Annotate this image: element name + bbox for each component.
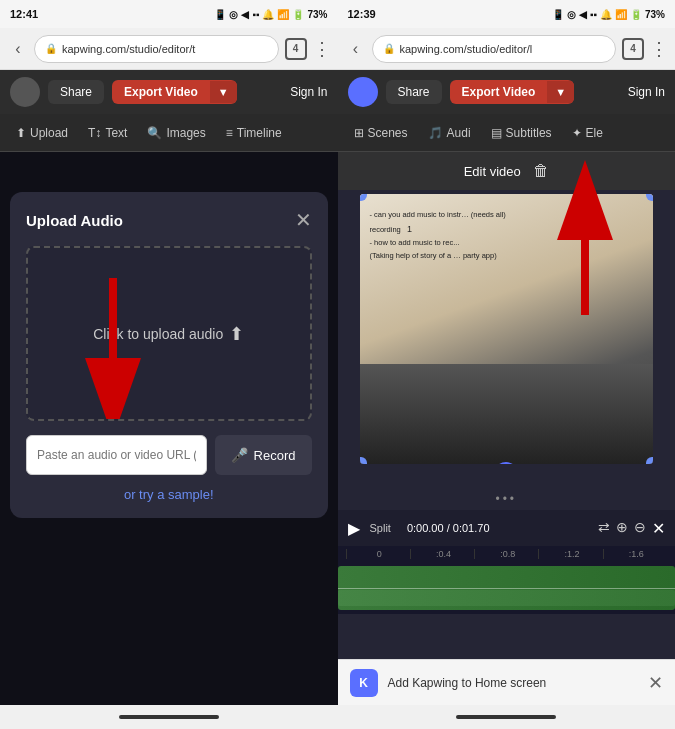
- right-main-content: Edit video 🗑: [338, 152, 676, 659]
- timeline-track[interactable]: [338, 562, 676, 614]
- share-button[interactable]: Share: [48, 80, 104, 104]
- right-browser-bar: ‹ 🔒 kapwing.com/studio/editor/l 4 ⋮: [338, 28, 676, 70]
- left-status-bar: 12:41 📱 ◎ ◀ ▪▪ 🔔 📶 🔋 73%: [0, 0, 338, 28]
- right-lock-icon: 🔒: [383, 43, 395, 54]
- modal-overlay: Upload Audio ✕: [0, 152, 338, 705]
- toolbar-timeline[interactable]: ≡ Timeline: [218, 122, 290, 144]
- left-time: 12:41: [10, 8, 38, 20]
- keyboard-area: [360, 364, 654, 464]
- menu-dots-icon[interactable]: ⋮: [313, 38, 330, 60]
- timeline-icon: ≡: [226, 126, 233, 140]
- right-export-btn-group: Export Video ▼: [450, 80, 575, 104]
- toolbar-audio[interactable]: 🎵 Audi: [420, 122, 479, 144]
- playback-icons: ⇄ ⊕ ⊖ ✕: [598, 519, 665, 538]
- modal-close-button[interactable]: ✕: [295, 208, 312, 232]
- split-label[interactable]: Split: [370, 522, 391, 534]
- edit-video-bar: Edit video 🗑: [338, 152, 676, 190]
- close-banner-button[interactable]: ✕: [648, 672, 663, 694]
- zoom-out-icon[interactable]: ⊖: [634, 519, 646, 538]
- play-button[interactable]: ▶: [348, 519, 360, 538]
- swap-icon[interactable]: ⇄: [598, 519, 610, 538]
- toolbar-subtitles[interactable]: ▤ Subtitles: [483, 122, 560, 144]
- ruler-mark-4: :1.6: [603, 549, 667, 559]
- audio-icon: 🎵: [428, 126, 443, 140]
- toolbar-images[interactable]: 🔍 Images: [139, 122, 213, 144]
- right-home-indicator: [456, 715, 556, 719]
- left-url-bar[interactable]: 🔒 kapwing.com/studio/editor/t: [34, 35, 279, 63]
- url-input[interactable]: [26, 435, 207, 475]
- modal-title: Upload Audio: [26, 212, 123, 229]
- export-btn-group: Export Video ▼: [112, 80, 237, 104]
- ruler-mark-1: :0.4: [410, 549, 474, 559]
- right-time: 12:39: [348, 8, 376, 20]
- record-button[interactable]: 🎤 Record: [215, 435, 312, 475]
- toolbar-upload[interactable]: ⬆ Upload: [8, 122, 76, 144]
- edit-video-label: Edit video: [464, 164, 521, 179]
- video-preview: - can you add music to instr… (needs all…: [360, 194, 654, 464]
- back-icon[interactable]: ‹: [8, 40, 28, 58]
- playback-bar: ▶ Split 0:00.00 / 0:01.70 ⇄ ⊕ ⊖ ✕: [338, 510, 676, 546]
- red-arrow-left: [83, 278, 143, 421]
- left-url-text: kapwing.com/studio/editor/t: [62, 43, 195, 55]
- sign-in-button[interactable]: Sign In: [290, 85, 327, 99]
- right-share-button[interactable]: Share: [386, 80, 442, 104]
- right-tab-count[interactable]: 4: [622, 38, 644, 60]
- right-menu-dots-icon[interactable]: ⋮: [650, 38, 667, 60]
- toolbar-text[interactable]: T↕ Text: [80, 122, 135, 144]
- video-more-options: •••: [338, 492, 676, 506]
- url-input-row: 🎤 Record: [26, 435, 312, 475]
- more-dots-icon[interactable]: •••: [495, 492, 517, 506]
- subtitles-icon: ▤: [491, 126, 502, 140]
- handle-bottom-left[interactable]: [360, 457, 367, 464]
- handle-bottom-right[interactable]: [646, 457, 653, 464]
- waveform-line: [338, 588, 676, 589]
- upload-audio-modal: Upload Audio ✕: [10, 192, 328, 518]
- right-url-bar[interactable]: 🔒 kapwing.com/studio/editor/l: [372, 35, 617, 63]
- left-tab-count[interactable]: 4: [285, 38, 307, 60]
- right-toolbar: ⊞ Scenes 🎵 Audi ▤ Subtitles ✦ Ele: [338, 114, 676, 152]
- lock-icon: 🔒: [45, 43, 57, 54]
- video-content: - can you add music to instr… (needs all…: [360, 194, 654, 464]
- time-display: 0:00.00 / 0:01.70: [407, 522, 490, 534]
- left-nav-bar: [0, 705, 338, 729]
- playback-close-button[interactable]: ✕: [652, 519, 665, 538]
- left-status-icons: 📱 ◎ ◀ ▪▪ 🔔 📶 🔋 73%: [214, 9, 327, 20]
- timeline-ruler: 0 :0.4 :0.8 :1.2 :1.6: [338, 546, 676, 562]
- video-text-overlay: - can you add music to instr… (needs all…: [370, 209, 506, 263]
- images-icon: 🔍: [147, 126, 162, 140]
- upload-arrow-icon: ⬆: [229, 323, 244, 345]
- ruler-mark-2: :0.8: [474, 549, 538, 559]
- trash-icon[interactable]: 🗑: [533, 162, 549, 180]
- left-main-content: Upload Audio ✕: [0, 152, 338, 705]
- video-track: [338, 566, 676, 610]
- elements-icon: ✦: [572, 126, 582, 140]
- kapwing-logo: K: [350, 669, 378, 697]
- modal-header: Upload Audio ✕: [26, 208, 312, 232]
- left-app-header: Share Export Video ▼ Sign In: [0, 70, 338, 114]
- right-status-bar: 12:39 📱 ◎ ◀ ▪▪ 🔔 📶 🔋 73%: [338, 0, 676, 28]
- toolbar-elements[interactable]: ✦ Ele: [564, 122, 611, 144]
- right-avatar: [348, 77, 378, 107]
- right-export-caret-button[interactable]: ▼: [547, 81, 574, 103]
- ruler-mark-3: :1.2: [538, 549, 602, 559]
- left-toolbar: ⬆ Upload T↕ Text 🔍 Images ≡ Timeline: [0, 114, 338, 152]
- down-arrow-svg: [83, 278, 143, 418]
- right-export-button[interactable]: Export Video: [450, 80, 548, 104]
- zoom-in-icon[interactable]: ⊕: [616, 519, 628, 538]
- right-sign-in-button[interactable]: Sign In: [628, 85, 665, 99]
- right-app-header: Share Export Video ▼ Sign In: [338, 70, 676, 114]
- export-button[interactable]: Export Video: [112, 80, 210, 104]
- ruler-mark-0: 0: [346, 549, 410, 559]
- sample-link[interactable]: or try a sample!: [26, 487, 312, 502]
- upload-zone[interactable]: Click to upload audio ⬆: [26, 246, 312, 421]
- left-panel: 12:41 📱 ◎ ◀ ▪▪ 🔔 📶 🔋 73% ‹ 🔒 kapwing.com…: [0, 0, 338, 729]
- add-home-text: Add Kapwing to Home screen: [388, 676, 639, 690]
- text-tool-icon: T↕: [88, 126, 101, 140]
- right-panel: 12:39 📱 ◎ ◀ ▪▪ 🔔 📶 🔋 73% ‹ 🔒 kapwing.com…: [338, 0, 676, 729]
- export-caret-button[interactable]: ▼: [210, 81, 237, 103]
- toolbar-scenes[interactable]: ⊞ Scenes: [346, 122, 416, 144]
- home-indicator: [119, 715, 219, 719]
- avatar: [10, 77, 40, 107]
- audio-track: [338, 590, 676, 606]
- right-back-icon[interactable]: ‹: [346, 40, 366, 58]
